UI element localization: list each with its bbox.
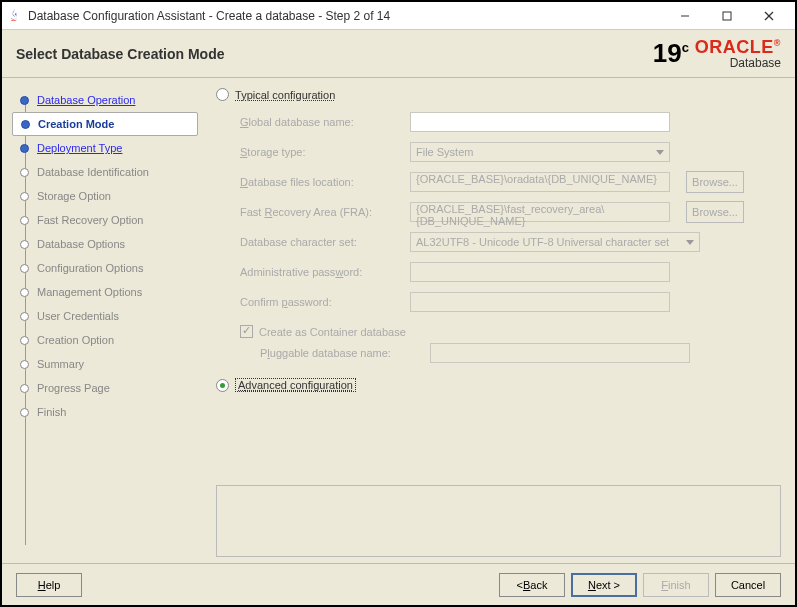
db-files-label: Database files location: — [240, 176, 400, 188]
next-button[interactable]: Next > — [571, 573, 637, 597]
sidebar-item-label: Management Options — [37, 286, 142, 298]
back-button[interactable]: < Back — [499, 573, 565, 597]
chevron-down-icon — [656, 150, 664, 155]
radio-icon — [216, 88, 229, 101]
sidebar-item-creation-option: Creation Option — [12, 328, 198, 352]
svg-rect-1 — [723, 12, 731, 20]
titlebar: Database Configuration Assistant - Creat… — [2, 2, 795, 30]
app-window: Database Configuration Assistant - Creat… — [0, 0, 797, 607]
step-dot-icon — [20, 168, 29, 177]
sidebar-item-label: User Credentials — [37, 310, 119, 322]
storage-type-select[interactable]: File System — [410, 142, 670, 162]
body: Database OperationCreation ModeDeploymen… — [2, 78, 795, 563]
java-icon — [6, 8, 22, 24]
sidebar: Database OperationCreation ModeDeploymen… — [2, 78, 202, 563]
pdb-label: Pluggable database name: — [260, 347, 420, 359]
charset-select[interactable]: AL32UTF8 - Unicode UTF-8 Universal chara… — [410, 232, 700, 252]
window-controls — [671, 6, 791, 26]
container-label: Create as Container database — [259, 326, 406, 338]
db-files-input[interactable]: {ORACLE_BASE}\oradata\{DB_UNIQUE_NAME} — [410, 172, 670, 192]
global-db-input[interactable] — [410, 112, 670, 132]
step-dot-icon — [20, 384, 29, 393]
sidebar-item-configuration-options: Configuration Options — [12, 256, 198, 280]
sidebar-item-label: Database Identification — [37, 166, 149, 178]
sidebar-item-creation-mode: Creation Mode — [12, 112, 198, 136]
charset-label: Database character set: — [240, 236, 400, 248]
sidebar-item-label: Fast Recovery Option — [37, 214, 143, 226]
window-title: Database Configuration Assistant - Creat… — [28, 9, 671, 23]
sidebar-item-label: Database Options — [37, 238, 125, 250]
sidebar-item-database-options: Database Options — [12, 232, 198, 256]
radio-icon — [216, 379, 229, 392]
sidebar-item-fast-recovery-option: Fast Recovery Option — [12, 208, 198, 232]
step-dot-icon — [20, 240, 29, 249]
fra-input[interactable]: {ORACLE_BASE}\fast_recovery_area\{DB_UNI… — [410, 202, 670, 222]
close-button[interactable] — [755, 6, 783, 26]
sidebar-item-label: Creation Option — [37, 334, 114, 346]
pdb-input[interactable] — [430, 343, 690, 363]
confirm-pw-input[interactable] — [410, 292, 670, 312]
typical-config-radio[interactable]: Typical configuration — [216, 88, 781, 101]
step-dot-icon — [20, 192, 29, 201]
sidebar-item-label: Database Operation — [37, 94, 135, 106]
sidebar-item-management-options: Management Options — [12, 280, 198, 304]
global-db-label: Global database name: — [240, 116, 400, 128]
admin-pw-label: Administrative password: — [240, 266, 400, 278]
sidebar-item-label: Creation Mode — [38, 118, 114, 130]
sidebar-item-user-credentials: User Credentials — [12, 304, 198, 328]
step-dot-icon — [20, 264, 29, 273]
sidebar-item-deployment-type[interactable]: Deployment Type — [12, 136, 198, 160]
step-dot-icon — [20, 144, 29, 153]
chevron-down-icon — [686, 240, 694, 245]
sidebar-item-storage-option: Storage Option — [12, 184, 198, 208]
advanced-config-radio[interactable]: Advanced configuration — [216, 378, 781, 392]
sidebar-item-label: Storage Option — [37, 190, 111, 202]
browse-fra-button[interactable]: Browse... — [686, 201, 744, 223]
message-area — [216, 485, 781, 557]
footer: Help < Back Next > Finish Cancel — [2, 563, 795, 605]
minimize-button[interactable] — [671, 6, 699, 26]
sidebar-item-database-identification: Database Identification — [12, 160, 198, 184]
sidebar-item-label: Deployment Type — [37, 142, 122, 154]
page-title: Select Database Creation Mode — [16, 46, 653, 62]
step-dot-icon — [20, 360, 29, 369]
typical-label-text: ypical configuration — [241, 89, 335, 101]
sidebar-item-label: Configuration Options — [37, 262, 143, 274]
admin-pw-input[interactable] — [410, 262, 670, 282]
sidebar-item-label: Progress Page — [37, 382, 110, 394]
fra-label: Fast Recovery Area (FRA): — [240, 206, 400, 218]
content-area: Typical configuration Global database na… — [202, 78, 795, 563]
help-button[interactable]: Help — [16, 573, 82, 597]
sidebar-item-finish: Finish — [12, 400, 198, 424]
maximize-button[interactable] — [713, 6, 741, 26]
sidebar-item-label: Summary — [37, 358, 84, 370]
step-dot-icon — [20, 216, 29, 225]
sidebar-item-progress-page: Progress Page — [12, 376, 198, 400]
checkbox-icon — [240, 325, 253, 338]
sidebar-item-summary: Summary — [12, 352, 198, 376]
storage-type-label: Storage type: — [240, 146, 400, 158]
oracle-logo: 19c ORACLE® Database — [653, 37, 781, 70]
step-dot-icon — [20, 312, 29, 321]
step-dot-icon — [20, 96, 29, 105]
step-dot-icon — [21, 120, 30, 129]
sidebar-item-label: Finish — [37, 406, 66, 418]
step-dot-icon — [20, 408, 29, 417]
cancel-button[interactable]: Cancel — [715, 573, 781, 597]
typical-form-block: Global database name: Storage type: File… — [216, 105, 781, 374]
sidebar-item-database-operation[interactable]: Database Operation — [12, 88, 198, 112]
browse-db-files-button[interactable]: Browse... — [686, 171, 744, 193]
finish-button: Finish — [643, 573, 709, 597]
confirm-pw-label: Confirm password: — [240, 296, 400, 308]
container-checkbox-row[interactable]: Create as Container database — [240, 325, 781, 338]
step-dot-icon — [20, 336, 29, 345]
step-dot-icon — [20, 288, 29, 297]
page-header: Select Database Creation Mode 19c ORACLE… — [2, 30, 795, 78]
